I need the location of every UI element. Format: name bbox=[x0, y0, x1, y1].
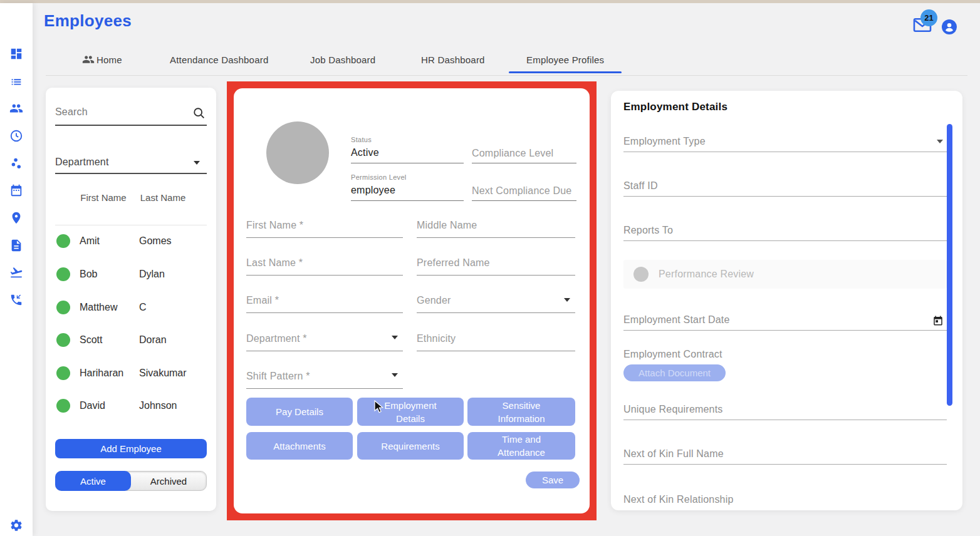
tab-home[interactable]: Home bbox=[82, 51, 122, 68]
scatter-icon[interactable] bbox=[9, 157, 23, 170]
department-select[interactable]: Department bbox=[55, 157, 109, 168]
employee-row[interactable]: David Johnson bbox=[56, 392, 207, 420]
employee-last-name: Doran bbox=[139, 334, 167, 346]
employee-row[interactable]: Scott Doran bbox=[56, 326, 207, 354]
highlight-red-frame: Status Active Compliance Level Permissio… bbox=[227, 81, 597, 520]
employment-start-date-field[interactable]: Employment Start Date bbox=[623, 314, 730, 326]
tab-label: Home bbox=[96, 54, 122, 65]
calendar-icon[interactable] bbox=[932, 315, 944, 326]
tab-label: Attendance Dashboard bbox=[170, 54, 268, 65]
search-icon[interactable] bbox=[192, 106, 206, 120]
chevron-down-icon[interactable] bbox=[564, 298, 570, 302]
unique-requirements-field[interactable]: Unique Requirements bbox=[623, 404, 723, 415]
status-dot bbox=[56, 366, 70, 380]
employee-first-name: Scott bbox=[80, 334, 139, 346]
employee-row[interactable]: Matthew C bbox=[56, 294, 207, 321]
first-name-field[interactable]: First Name * bbox=[246, 220, 303, 231]
employee-first-name: Hariharan bbox=[80, 368, 139, 379]
staff-id-field[interactable]: Staff ID bbox=[623, 180, 658, 192]
mouse-cursor bbox=[374, 400, 384, 414]
tabs-divider bbox=[46, 75, 967, 76]
column-header-last-name: Last Name bbox=[137, 191, 189, 205]
preferred-name-field[interactable]: Preferred Name bbox=[417, 257, 490, 269]
status-dot bbox=[56, 333, 70, 347]
active-tab-underline bbox=[509, 71, 622, 73]
settings-icon[interactable] bbox=[9, 518, 23, 532]
gender-select[interactable]: Gender bbox=[417, 295, 451, 306]
tab-attendance-dashboard[interactable]: Attendance Dashboard bbox=[170, 51, 268, 68]
status-dot bbox=[56, 234, 70, 248]
employee-first-name: Matthew bbox=[80, 302, 139, 313]
employee-row[interactable]: Bob Dylan bbox=[56, 260, 207, 288]
scrollbar[interactable] bbox=[947, 124, 952, 406]
chevron-down-icon[interactable] bbox=[392, 336, 398, 339]
shift-pattern-select[interactable]: Shift Pattern * bbox=[246, 371, 310, 382]
performance-review-disabled: Performance Review bbox=[623, 260, 947, 289]
tab-job-dashboard[interactable]: Job Dashboard bbox=[310, 51, 375, 68]
document-icon[interactable] bbox=[9, 239, 23, 252]
toggle-active[interactable]: Active bbox=[55, 471, 131, 491]
tab-employee-profiles[interactable]: Employee Profiles bbox=[526, 51, 604, 68]
dashboard-icon[interactable] bbox=[9, 47, 23, 61]
department-select[interactable]: Department * bbox=[246, 333, 307, 344]
compliance-level-field[interactable]: Compliance Level bbox=[472, 148, 553, 159]
next-of-kin-full-name-field[interactable]: Next of Kin Full Name bbox=[623, 448, 724, 460]
email-field[interactable]: Email * bbox=[246, 295, 279, 306]
clock-icon[interactable] bbox=[9, 129, 23, 143]
chevron-down-icon[interactable] bbox=[194, 161, 200, 165]
employee-last-name: Sivakumar bbox=[139, 368, 187, 379]
last-name-field[interactable]: Last Name * bbox=[246, 257, 303, 269]
ethnicity-field[interactable]: Ethnicity bbox=[417, 333, 456, 344]
profile-button[interactable] bbox=[942, 19, 957, 34]
performance-review-dot bbox=[633, 267, 649, 282]
column-header-first-name: First Name bbox=[79, 191, 128, 205]
tab-label: Job Dashboard bbox=[310, 54, 375, 65]
employee-first-name: David bbox=[80, 400, 139, 411]
panel-heading: Employment Details bbox=[623, 101, 727, 113]
active-archived-toggle: Active Archived bbox=[55, 471, 207, 491]
sensitive-information-button[interactable]: Sensitive Information bbox=[467, 398, 575, 426]
employment-type-select[interactable]: Employment Type bbox=[623, 136, 706, 147]
search-underline bbox=[55, 125, 207, 126]
status-value: Active bbox=[351, 147, 379, 158]
flight-takeoff-icon[interactable] bbox=[9, 265, 23, 279]
chevron-down-icon[interactable] bbox=[937, 140, 943, 143]
employee-last-name: Dylan bbox=[139, 269, 165, 280]
status-label: Status bbox=[351, 136, 372, 143]
location-icon[interactable] bbox=[9, 211, 23, 225]
employee-row[interactable]: Hariharan Sivakumar bbox=[56, 359, 207, 387]
employee-last-name: Gomes bbox=[139, 235, 172, 247]
status-dot bbox=[56, 301, 70, 314]
people-icon[interactable] bbox=[9, 101, 23, 115]
save-button[interactable]: Save bbox=[526, 472, 580, 488]
attach-document-button[interactable]: Attach Document bbox=[623, 364, 726, 381]
employee-first-name: Bob bbox=[80, 269, 139, 280]
profile-icon bbox=[942, 19, 957, 34]
pay-details-button[interactable]: Pay Details bbox=[246, 398, 353, 426]
status-dot bbox=[56, 399, 70, 413]
performance-review-label: Performance Review bbox=[659, 269, 754, 280]
employment-details-button[interactable]: Employment Details bbox=[357, 398, 464, 426]
employee-list-panel: Search Department First Name Last Name A… bbox=[46, 88, 216, 511]
toggle-archived[interactable]: Archived bbox=[131, 472, 206, 490]
search-input[interactable]: Search bbox=[55, 106, 88, 118]
permission-level-label: Permission Level bbox=[351, 173, 407, 181]
tab-hr-dashboard[interactable]: HR Dashboard bbox=[421, 51, 485, 68]
attachments-button[interactable]: Attachments bbox=[246, 432, 353, 460]
employee-form-card: Status Active Compliance Level Permissio… bbox=[234, 88, 590, 513]
phone-callback-icon[interactable] bbox=[9, 293, 23, 307]
reports-to-field[interactable]: Reports To bbox=[623, 225, 673, 236]
list-icon[interactable] bbox=[9, 75, 23, 88]
employee-row[interactable]: Amit Gomes bbox=[56, 227, 207, 255]
calendar-icon[interactable] bbox=[9, 183, 23, 197]
next-of-kin-relationship-field[interactable]: Next of Kin Relationship bbox=[623, 494, 734, 505]
employment-contract-label: Employment Contract bbox=[623, 349, 722, 360]
tab-label: Employee Profiles bbox=[526, 54, 604, 65]
chevron-down-icon[interactable] bbox=[392, 373, 398, 377]
add-employee-button[interactable]: Add Employee bbox=[55, 439, 207, 458]
time-and-attendance-button[interactable]: Time and Attendance bbox=[467, 432, 575, 460]
list-divider bbox=[55, 225, 207, 225]
requirements-button[interactable]: Requirements bbox=[357, 432, 464, 460]
middle-name-field[interactable]: Middle Name bbox=[417, 220, 477, 231]
next-compliance-due-field[interactable]: Next Compliance Due bbox=[472, 185, 571, 197]
